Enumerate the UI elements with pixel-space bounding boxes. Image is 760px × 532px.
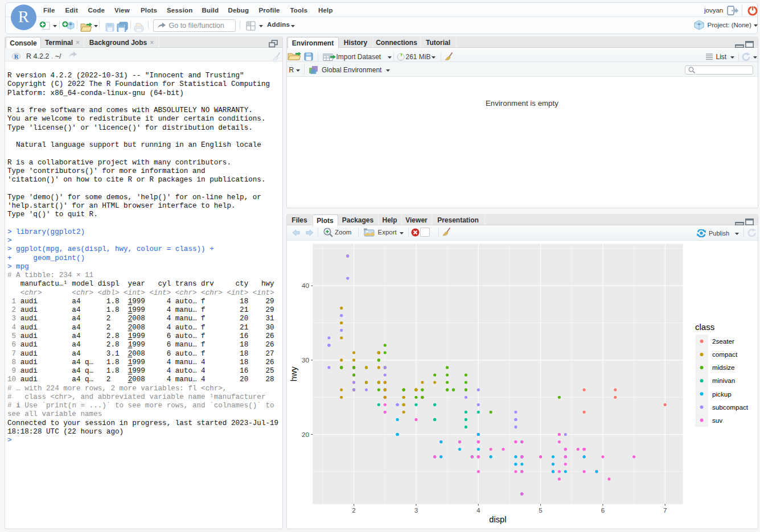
svg-text:20: 20 [302,431,310,438]
svg-text:2seater: 2seater [712,337,734,345]
svg-text:compact: compact [712,350,738,358]
svg-text:pickup: pickup [712,390,732,398]
svg-text:R: R [69,22,72,26]
svg-text:40: 40 [302,282,310,289]
svg-text:class: class [695,322,714,332]
svg-text:R: R [14,53,19,60]
svg-text:3: 3 [414,506,418,514]
svg-text:midsize: midsize [712,364,735,371]
svg-text:2: 2 [352,506,356,514]
svg-text:30: 30 [302,356,310,364]
svg-text:6: 6 [601,506,605,514]
svg-text:hwy: hwy [289,366,298,381]
svg-text:minivan: minivan [712,377,735,384]
svg-text:suv: suv [712,416,722,424]
svg-text:5: 5 [539,506,543,514]
svg-text:R: R [698,22,701,26]
svg-text:displ: displ [489,515,506,524]
svg-text:4: 4 [476,506,480,514]
svg-text:subcompact: subcompact [712,403,749,411]
svg-text:7: 7 [663,506,667,514]
